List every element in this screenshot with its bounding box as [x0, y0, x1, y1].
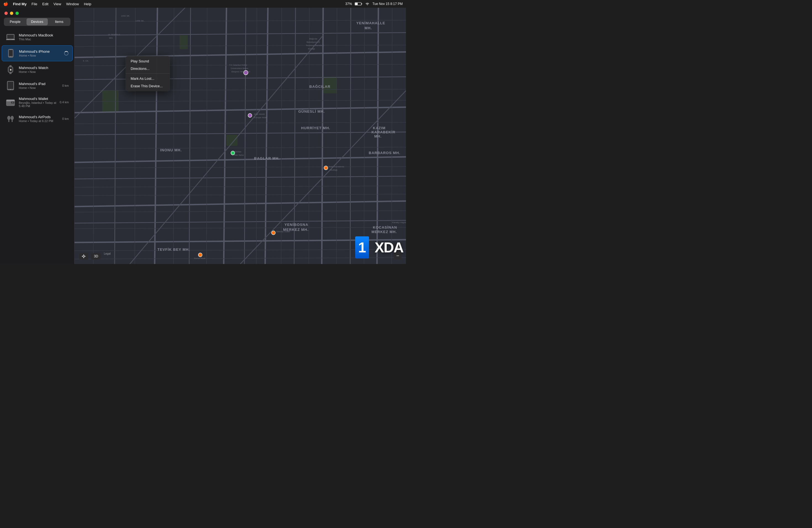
- svg-text:MERKEZ MH.: MERKEZ MH.: [372, 230, 397, 234]
- svg-rect-12: [10, 73, 12, 74]
- tab-items[interactable]: Items: [48, 18, 70, 25]
- svg-text:Kanatçı Haydar: Kanatçı Haydar: [392, 221, 406, 224]
- svg-rect-11: [10, 65, 12, 67]
- svg-text:HURRİYET MH.: HURRİYET MH.: [301, 126, 330, 130]
- context-separator: [126, 73, 170, 74]
- wallet-name: Mahmoud's Wallet: [19, 97, 56, 101]
- minimize-button[interactable]: [10, 12, 13, 15]
- svg-rect-8: [9, 50, 13, 56]
- svg-text:1456 SK.: 1456 SK.: [135, 19, 144, 22]
- legal-text: Legal: [104, 252, 111, 255]
- svg-rect-24: [8, 120, 10, 122]
- macbook-info: Mahmoud's MacBook This Mac: [19, 33, 69, 41]
- svg-point-112: [198, 253, 202, 257]
- macbook-name: Mahmoud's MacBook: [19, 33, 69, 37]
- device-item-watch[interactable]: ⌚ Mahmoud's Watch Home • Now: [2, 62, 73, 77]
- context-menu: Play Sound Directions... Mark As Lost...…: [126, 56, 170, 91]
- airpods-icon: [5, 114, 15, 124]
- svg-text:Belediyesi 15: Belediyesi 15: [307, 41, 320, 43]
- ipad-info: Mahmoud's iPad Home • Now: [19, 82, 59, 89]
- menu-bar-right: 37% Tue Nov 15 8:17 PM: [345, 2, 403, 6]
- svg-text:Social Root: Social Root: [194, 257, 205, 260]
- svg-rect-2: [355, 3, 358, 5]
- app-name-menu[interactable]: Find My: [13, 2, 27, 6]
- svg-point-99: [248, 114, 252, 117]
- edit-menu[interactable]: Edit: [42, 2, 48, 6]
- airpods-status: Home • Today at 6:22 PM: [19, 119, 59, 122]
- 3d-button[interactable]: 3D: [91, 253, 101, 260]
- iphone-icon: [6, 48, 16, 58]
- ipad-status: Home • Now: [19, 86, 59, 89]
- watch-status: Home • Now: [19, 70, 69, 73]
- view-menu[interactable]: View: [53, 2, 61, 6]
- svg-text:INONU MH.: INONU MH.: [160, 148, 182, 152]
- ipad-distance: 0 km: [62, 84, 69, 87]
- svg-point-23: [8, 116, 10, 120]
- airpods-info: Mahmoud's AirPods Home • Today at 6:22 P…: [19, 115, 59, 122]
- tab-devices[interactable]: Devices: [27, 18, 48, 25]
- context-erase[interactable]: Erase This Device...: [126, 82, 170, 90]
- svg-text:Konağı: Konağı: [308, 47, 315, 50]
- ipad-icon: [5, 80, 15, 91]
- device-item-iphone[interactable]: Mahmoud's iPhone Home • Now: [2, 45, 73, 61]
- svg-rect-4: [7, 35, 14, 39]
- svg-rect-29: [227, 135, 237, 146]
- ipad-name: Mahmoud's iPad: [19, 82, 59, 86]
- svg-point-18: [10, 89, 11, 90]
- svg-text:Europe Hotel: Europe Hotel: [254, 116, 267, 119]
- svg-text:15 TEMMUZ: 15 TEMMUZ: [108, 33, 120, 36]
- svg-rect-17: [8, 82, 13, 89]
- macbook-status: This Mac: [19, 38, 69, 41]
- svg-text:Elite World: Elite World: [254, 113, 265, 115]
- svg-rect-10: [10, 49, 12, 50]
- battery-pct: 37%: [345, 2, 352, 6]
- device-item-macbook[interactable]: Mahmoud's MacBook This Mac: [2, 29, 73, 45]
- svg-text:9. CK.: 9. CK.: [83, 60, 89, 62]
- file-menu[interactable]: File: [31, 2, 37, 6]
- svg-point-105: [324, 166, 328, 170]
- svg-text:Bağcılar: Bağcılar: [309, 38, 318, 40]
- wifi-icon: [365, 2, 369, 6]
- context-directions[interactable]: Directions...: [126, 65, 170, 72]
- svg-text:Temmuz Mahallesi: Temmuz Mahallesi: [306, 44, 324, 47]
- map-area[interactable]: .street { stroke: #3a3d48; stroke-width:…: [75, 8, 406, 264]
- svg-rect-20: [6, 100, 15, 101]
- menu-bar: 🍎 Find My File Edit View Window Help 37%…: [0, 0, 406, 8]
- svg-text:GÜNESLİ MH.: GÜNESLİ MH.: [298, 109, 325, 114]
- iphone-status: Home • Now: [19, 54, 61, 57]
- traffic-lights: [0, 8, 74, 18]
- macbook-icon: [5, 32, 15, 42]
- svg-point-22: [12, 102, 13, 103]
- svg-text:Starcity Outlet: Starcity Outlet: [276, 230, 290, 233]
- context-play-sound[interactable]: Play Sound: [126, 57, 170, 65]
- sidebar: People Devices Items Mahmoud's MacBook T…: [0, 8, 75, 264]
- battery-icon: [354, 2, 362, 6]
- app-container: People Devices Items Mahmoud's MacBook T…: [0, 8, 406, 264]
- iphone-info: Mahmoud's iPhone Home • Now: [19, 49, 61, 57]
- watch-info: Mahmoud's Watch Home • Now: [19, 66, 69, 73]
- help-menu[interactable]: Help: [84, 2, 91, 6]
- location-button[interactable]: [79, 253, 88, 260]
- window-menu[interactable]: Window: [66, 2, 79, 6]
- close-button[interactable]: [4, 12, 8, 15]
- svg-point-123: [83, 255, 85, 257]
- tab-bar: People Devices Items: [4, 18, 70, 26]
- svg-text:KOCASİNAN: KOCASİNAN: [373, 225, 397, 230]
- device-item-ipad[interactable]: Mahmoud's iPad Home • Now 0 km: [2, 78, 73, 93]
- svg-point-9: [11, 56, 11, 57]
- svg-rect-26: [12, 120, 13, 122]
- wallet-icon: [5, 97, 15, 107]
- tab-people[interactable]: People: [4, 18, 26, 25]
- device-item-airpods[interactable]: Mahmoud's AirPods Home • Today at 6:22 P…: [2, 111, 73, 127]
- svg-text:MH.: MH.: [365, 26, 372, 30]
- watch-name: Mahmoud's Watch: [19, 66, 69, 70]
- svg-line-51: [350, 8, 351, 264]
- context-mark-lost[interactable]: Mark As Lost...: [126, 75, 170, 82]
- xda-watermark: 1 XDA: [355, 236, 403, 259]
- svg-text:Mutfağı: Mutfağı: [330, 169, 337, 171]
- device-item-wallet[interactable]: Mahmoud's Wallet Beyoğlu, Istanbul • Tod…: [2, 94, 73, 111]
- fullscreen-button[interactable]: [15, 12, 19, 15]
- svg-text:YENİBOSNA: YENİBOSNA: [285, 223, 308, 227]
- airpods-name: Mahmoud's AirPods: [19, 115, 59, 119]
- apple-menu[interactable]: 🍎: [3, 2, 8, 6]
